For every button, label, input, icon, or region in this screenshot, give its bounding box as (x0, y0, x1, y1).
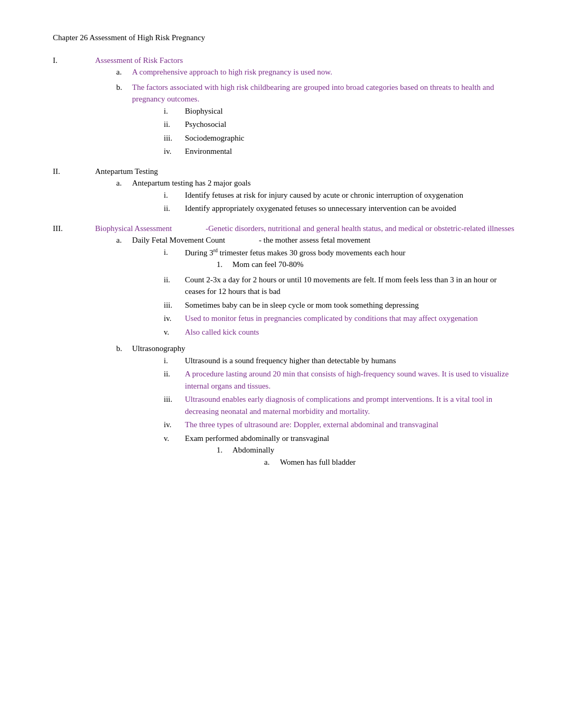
section-I-a: a. A comprehensive approach to high risk… (116, 66, 519, 78)
section-III-inline-note: -Genetic disorders, nutritional and gene… (205, 224, 514, 233)
section-III-b-text: Ultrasonography (132, 344, 185, 353)
section-I-b-iii-text: Sociodemographic (185, 132, 519, 144)
section-II: II. Antepartum Testing a. Antepartum tes… (53, 165, 519, 219)
section-I-b-content: The factors associated with high risk ch… (132, 81, 519, 159)
section-I: I. Assessment of Risk Factors a. A compr… (53, 54, 519, 162)
section-III-a-i-marker: i. (164, 246, 185, 272)
section-III-title: Biophysical Assessment (95, 224, 172, 233)
section-I-b-ii: ii. Psychosocial (164, 118, 519, 131)
section-III-a-i: i. During 3rd trimester fetus makes 30 g… (164, 246, 519, 272)
section-III-a-v-text: Also called kick counts (185, 326, 519, 338)
section-III-a-iii: iii. Sometimes baby can be in sleep cycl… (164, 299, 519, 311)
section-II-a-i: i. Identify fetuses at risk for injury c… (164, 189, 519, 201)
section-II-a-text: Antepartum testing has 2 major goals (132, 179, 251, 187)
section-III-b-i-text: Ultrasound is a sound frequency higher t… (185, 355, 519, 367)
section-I-b-ii-text: Psychosocial (185, 118, 519, 131)
section-III-a-iii-marker: iii. (164, 299, 185, 311)
section-III-a-i-1: 1. Mom can feel 70-80% (217, 259, 519, 271)
section-III-a-iv-marker: iv. (164, 312, 185, 325)
section-III-b-v-1-a: a. Women has full bladder (264, 456, 519, 468)
section-III-a-i-sup: rd (213, 247, 218, 253)
section-III-a-iv: iv. Used to monitor fetus in pregnancies… (164, 312, 519, 325)
section-III-b-iv-text: The three types of ultrasound are: Doppl… (185, 419, 519, 431)
section-I-b-iii-marker: iii. (164, 132, 185, 144)
section-II-a-ii: ii. Identify appropriately oxygenated fe… (164, 202, 519, 215)
section-I-content: Assessment of Risk Factors a. A comprehe… (95, 54, 519, 162)
section-III-b-iv-marker: iv. (164, 419, 185, 431)
section-I-b-ii-marker: ii. (164, 118, 185, 131)
page-title: Chapter 26 Assessment of High Risk Pregn… (53, 32, 519, 44)
section-III-a: a. Daily Fetal Movement Count - the moth… (116, 234, 519, 339)
section-III-content: Biophysical Assessment -Genetic disorder… (95, 223, 519, 476)
section-III-b-ii-text: A procedure lasting around 20 min that c… (185, 368, 519, 392)
section-III-a-ii-text: Count 2-3x a day for 2 hours or until 10… (185, 274, 519, 298)
section-II-a-ii-marker: ii. (164, 202, 185, 215)
section-II-content: Antepartum Testing a. Antepartum testing… (95, 165, 519, 219)
section-III-a-marker: a. (116, 234, 132, 339)
section-III-b-v-1-a-text: Women has full bladder (280, 456, 519, 468)
section-I-b-text: The factors associated with high risk ch… (132, 83, 494, 104)
section-III-a-v: v. Also called kick counts (164, 326, 519, 338)
section-III-b: b. Ultrasonography i. Ultrasound is a so… (116, 343, 519, 473)
section-II-a: a. Antepartum testing has 2 major goals … (116, 177, 519, 216)
section-III-a-v-marker: v. (164, 326, 185, 338)
section-II-title: Antepartum Testing (95, 167, 158, 176)
section-I-b-iii: iii. Sociodemographic (164, 132, 519, 144)
section-III-a-i-text1: During 3 (185, 248, 213, 257)
section-III-b-iii-text: Ultrasound enables early diagnosis of co… (185, 393, 519, 417)
section-III-b-v-1: 1. Abdominally a. Women has full bladder (217, 444, 519, 469)
section-I-b-iv-marker: iv. (164, 145, 185, 158)
section-III-a-ii: ii. Count 2-3x a day for 2 hours or unti… (164, 274, 519, 298)
section-I-b-i: i. Biophysical (164, 105, 519, 117)
section-III-a-note: - the mother assess fetal movement (259, 236, 370, 244)
section-I-marker: I. (53, 54, 95, 162)
section-I-b-i-text: Biophysical (185, 105, 519, 117)
section-III-b-ii: ii. A procedure lasting around 20 min th… (164, 368, 519, 392)
section-I-b-i-marker: i. (164, 105, 185, 117)
section-III-a-i-1-marker: 1. (217, 259, 232, 271)
section-III-a-i-content: During 3rd trimester fetus makes 30 gros… (185, 246, 519, 272)
section-I-title: Assessment of Risk Factors (95, 56, 183, 64)
section-III-b-iii-marker: iii. (164, 393, 185, 417)
section-III-b-iii: iii. Ultrasound enables early diagnosis … (164, 393, 519, 417)
outline-container: I. Assessment of Risk Factors a. A compr… (53, 54, 519, 476)
section-III-b-i-marker: i. (164, 355, 185, 367)
section-II-marker: II. (53, 165, 95, 219)
section-II-a-ii-text: Identify appropriately oxygenated fetuse… (185, 202, 519, 215)
section-III-a-i-text2: trimester fetus makes 30 gross body move… (218, 248, 405, 257)
section-III-b-content: Ultrasonography i. Ultrasound is a sound… (132, 343, 519, 473)
section-I-a-text: A comprehensive approach to high risk pr… (132, 66, 519, 78)
section-II-a-i-text: Identify fetuses at risk for injury caus… (185, 189, 519, 201)
section-III-b-v: v. Exam performed abdominally or transva… (164, 432, 519, 472)
section-III-b-v-1-a-marker: a. (264, 456, 280, 468)
section-III: III. Biophysical Assessment -Genetic dis… (53, 223, 519, 476)
section-III-a-content: Daily Fetal Movement Count - the mother … (132, 234, 519, 339)
section-III-b-ii-marker: ii. (164, 368, 185, 392)
section-I-b-iv: iv. Environmental (164, 145, 519, 158)
section-II-a-content: Antepartum testing has 2 major goals i. … (132, 177, 519, 216)
section-III-marker: III. (53, 223, 95, 476)
section-II-a-i-marker: i. (164, 189, 185, 201)
section-I-b-iv-text: Environmental (185, 145, 519, 158)
section-III-b-marker: b. (116, 343, 132, 473)
section-III-a-iii-text: Sometimes baby can be in sleep cycle or … (185, 299, 519, 311)
section-III-b-v-1-marker: 1. (217, 444, 232, 469)
section-III-b-v-marker: v. (164, 432, 185, 472)
section-I-a-marker: a. (116, 66, 132, 78)
section-II-a-marker: a. (116, 177, 132, 216)
section-III-a-text: Daily Fetal Movement Count (132, 236, 225, 244)
section-III-a-i-1-text: Mom can feel 70-80% (232, 259, 519, 271)
section-III-b-i: i. Ultrasound is a sound frequency highe… (164, 355, 519, 367)
section-III-b-v-1-text: Abdominally (232, 446, 274, 454)
section-III-a-ii-marker: ii. (164, 274, 185, 298)
section-III-b-v-content: Exam performed abdominally or transvagin… (185, 432, 519, 472)
section-I-b-marker: b. (116, 81, 132, 159)
section-III-b-v-text: Exam performed abdominally or transvagin… (185, 434, 329, 443)
section-III-b-iv: iv. The three types of ultrasound are: D… (164, 419, 519, 431)
section-III-b-v-1-content: Abdominally a. Women has full bladder (232, 444, 519, 469)
section-III-a-iv-text: Used to monitor fetus in pregnancies com… (185, 312, 519, 325)
section-I-b: b. The factors associated with high risk… (116, 81, 519, 159)
